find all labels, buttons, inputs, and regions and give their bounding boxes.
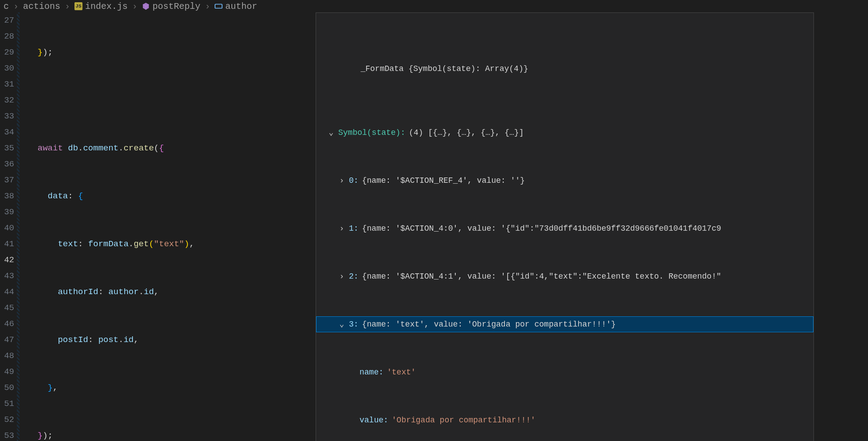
- code-editor[interactable]: 2728293031323334353637383940414243444546…: [0, 12, 868, 441]
- debug-hover[interactable]: _FormData {Symbol(state): Array(4)} ⌄ Sy…: [316, 12, 814, 441]
- code-area[interactable]: }); await db.comment.create({ data: { te…: [20, 12, 868, 441]
- chevron-right-icon: ›: [205, 1, 210, 12]
- debug-hover-prop[interactable]: name: 'text': [316, 364, 813, 380]
- chevron-right-icon: ›: [13, 1, 19, 12]
- js-file-icon: JS: [74, 2, 82, 10]
- chevron-down-icon[interactable]: ⌄: [338, 316, 345, 332]
- chevron-right-icon[interactable]: ›: [338, 173, 345, 189]
- debug-hover-row[interactable]: › 0: {name: '$ACTION_REF_4', value: ''}: [316, 173, 813, 189]
- breadcrumb-file[interactable]: JS index.js: [74, 1, 128, 12]
- breadcrumb: c › actions › JS index.js › postReply › …: [0, 0, 868, 12]
- chevron-right-icon[interactable]: ›: [338, 220, 345, 236]
- breadcrumb-symbol[interactable]: author: [215, 1, 257, 12]
- debug-hover-row[interactable]: › 1: {name: '$ACTION_4:0', value: '{"id"…: [316, 220, 813, 236]
- breadcrumb-symbol[interactable]: postReply: [142, 1, 200, 12]
- debug-hover-prop[interactable]: value: 'Obrigada por compartilhar!!!': [316, 412, 813, 428]
- chevron-down-icon[interactable]: ⌄: [328, 125, 335, 141]
- chevron-right-icon: ›: [132, 1, 137, 12]
- debug-hover-row-selected[interactable]: ⌄ 3: {name: 'text', value: 'Obrigada por…: [316, 316, 813, 332]
- debug-hover-row[interactable]: ⌄ Symbol(state): (4) [{…}, {…}, {…}, {…}…: [316, 125, 813, 141]
- line-gutter: 2728293031323334353637383940414243444546…: [0, 12, 17, 441]
- debug-hover-row[interactable]: › 2: {name: '$ACTION_4:1', value: '[{"id…: [316, 268, 813, 284]
- chevron-right-icon: ›: [65, 1, 70, 12]
- chevron-right-icon[interactable]: ›: [338, 268, 345, 284]
- breadcrumb-item[interactable]: actions: [23, 1, 60, 12]
- variable-icon: [215, 2, 223, 10]
- breadcrumb-item[interactable]: c: [4, 1, 9, 12]
- svg-rect-0: [215, 4, 222, 8]
- debug-hover-header: _FormData {Symbol(state): Array(4)}: [316, 45, 813, 93]
- method-icon: [142, 2, 150, 10]
